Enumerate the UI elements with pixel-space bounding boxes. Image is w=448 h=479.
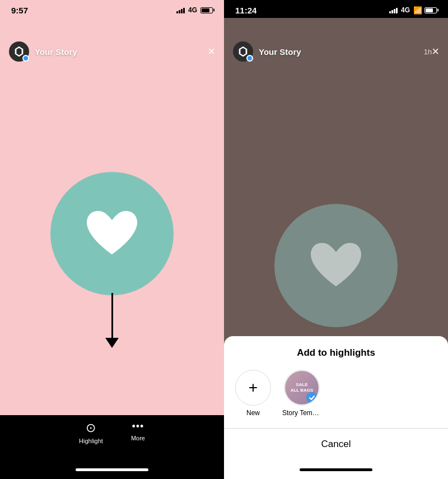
check-icon (309, 394, 315, 401)
check-overlay (306, 392, 318, 403)
story-header-left: Your Story × (0, 36, 224, 67)
status-bar-left: 9:57 4G (0, 0, 224, 18)
template-highlight-item[interactable]: SALEALL BAGS Story Templ... (282, 370, 321, 417)
highlight-label: Highlight (79, 438, 103, 444)
highlight-icon: ⊙ (86, 421, 96, 435)
template-highlight-label: Story Templ... (282, 409, 321, 417)
new-plus-icon: + (249, 379, 258, 397)
story-content-right: Your Story 1h × Add to highlights + New (224, 18, 448, 479)
battery-left (200, 7, 213, 13)
heart-icon-left (81, 207, 143, 260)
home-indicator-left (0, 460, 224, 479)
highlights-row: + New SALEALL BAGS (224, 370, 448, 428)
status-icons-left: 4G (176, 6, 213, 14)
new-highlight-circle: + (235, 370, 271, 406)
bottom-bar-left: ⊙ Highlight ••• More (0, 415, 224, 460)
story-content-left: Your Story × (0, 18, 224, 415)
heart-circle-left (50, 172, 174, 295)
heart-icon-right (305, 239, 367, 292)
story-name-right: Your Story (259, 47, 421, 57)
home-indicator-right (224, 460, 448, 479)
story-time-right: 1h (424, 48, 432, 56)
close-btn-left[interactable]: × (208, 45, 215, 58)
screen-left: 9:57 4G Your (0, 0, 224, 479)
template-highlight-circle: SALEALL BAGS (284, 370, 320, 406)
arrow-head (105, 338, 119, 348)
status-bar-right: 11:24 4G 📶 (224, 0, 448, 18)
screen-right: 11:24 4G 📶 Your (224, 0, 448, 479)
arrow-shaft (111, 293, 113, 338)
cancel-button[interactable]: Cancel (224, 429, 448, 460)
more-label: More (131, 435, 145, 441)
more-icon: ••• (132, 421, 144, 433)
arrow-down (105, 293, 119, 348)
time-right: 11:24 (235, 6, 256, 15)
signal-type-left: 4G (188, 6, 197, 14)
story-thumb: SALEALL BAGS (285, 371, 319, 404)
story-header-right: Your Story 1h × (224, 36, 448, 67)
blue-dot-right (246, 55, 253, 62)
wifi-icon-right: 📶 (413, 6, 422, 15)
sheet-title: Add to highlights (224, 347, 448, 359)
close-btn-right[interactable]: × (432, 45, 439, 58)
highlight-action[interactable]: ⊙ Highlight (79, 421, 103, 444)
status-icons-right: 4G 📶 (389, 6, 437, 15)
more-action[interactable]: ••• More (131, 421, 145, 441)
avatar-left (9, 41, 29, 62)
heart-circle-right (274, 204, 398, 327)
signal-bars-left (176, 7, 185, 13)
signal-bars-right (389, 7, 398, 13)
battery-right (424, 7, 437, 13)
new-highlight-label: New (246, 409, 260, 417)
home-bar-right (300, 468, 372, 471)
bottom-sheet: Add to highlights + New SALEALL BAGS (224, 336, 448, 479)
new-highlight-item[interactable]: + New (235, 370, 271, 417)
home-bar-left (76, 468, 148, 471)
story-name-left: Your Story (35, 47, 208, 57)
signal-type-right: 4G (401, 6, 410, 14)
time-left: 9:57 (11, 6, 28, 15)
avatar-right (233, 41, 253, 62)
blue-dot-left (22, 55, 29, 62)
